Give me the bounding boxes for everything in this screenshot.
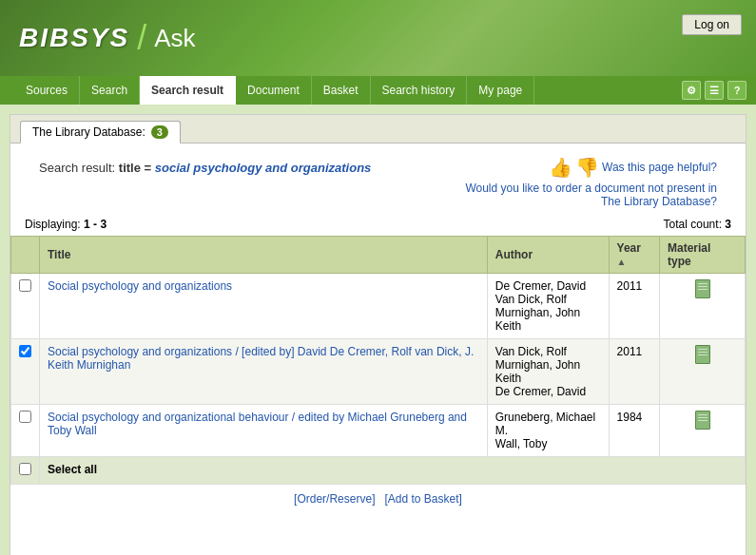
display-info: Displaying: 1 - 3 Total count: 3 <box>10 213 746 236</box>
nav-tab-basket[interactable]: Basket <box>312 76 371 105</box>
book-icon <box>695 345 710 364</box>
table-row: Social psychology and organizations De C… <box>11 274 746 339</box>
row-author-2: Van Dick, Rolf Murnighan, John Keith De … <box>487 339 609 405</box>
content-area: The Library Database: 3 👍 👎 Was this pag… <box>10 114 746 555</box>
row-title-1[interactable]: Social psychology and organizations <box>40 274 488 339</box>
helpful-text[interactable]: Was this page helpful? <box>602 161 717 174</box>
book-icon <box>695 411 710 430</box>
library-db-label: The Library Database: <box>32 125 145 139</box>
settings-icon[interactable]: ⚙ <box>682 81 701 100</box>
logo: BIBSYS <box>19 23 129 53</box>
th-checkbox <box>11 237 40 274</box>
row-material-1 <box>660 274 746 339</box>
feedback-section: 👍 👎 Was this page helpful? Would you lik… <box>446 151 731 213</box>
search-result-prefix: Search result: <box>39 161 115 175</box>
nav-tab-my-page[interactable]: My page <box>467 76 534 105</box>
thumbs-down-icon[interactable]: 👎 <box>575 156 599 179</box>
feedback-icons: 👍 👎 Was this page helpful? <box>460 156 717 179</box>
logon-area: Log on <box>682 14 742 35</box>
add-to-basket-link[interactable]: [Add to Basket] <box>384 492 461 506</box>
nav-tab-document[interactable]: Document <box>236 76 312 105</box>
search-query: social psychology and organizations <box>155 161 372 175</box>
row-year-2: 2011 <box>609 339 659 405</box>
results-table: Title Author Year ▲ Material type Social… <box>10 236 746 485</box>
th-title[interactable]: Title <box>40 237 488 274</box>
table-row: Social psychology and organizations / [e… <box>11 339 746 405</box>
th-year[interactable]: Year ▲ <box>609 237 659 274</box>
nav-tab-search-result[interactable]: Search result <box>140 76 236 105</box>
divider: / <box>137 18 146 58</box>
book-icon <box>695 279 710 298</box>
app-title: Ask <box>154 24 195 53</box>
table-row: Social psychology and organizational beh… <box>11 405 746 457</box>
library-db-tab[interactable]: The Library Database: 3 <box>20 121 181 144</box>
help-icon[interactable]: ? <box>727 81 746 100</box>
list-icon[interactable]: ☰ <box>705 81 724 100</box>
row-year-3: 1984 <box>609 405 659 457</box>
displaying-range: Displaying: 1 - 3 <box>25 218 107 231</box>
row-author-3: Gruneberg, Michael M. Wall, Toby <box>487 405 609 457</box>
row-author-1: De Cremer, David Van Dick, Rolf Murnigha… <box>487 274 609 339</box>
select-all-label[interactable]: Select all <box>40 457 746 485</box>
row-material-2 <box>660 339 746 405</box>
th-material: Material type <box>660 237 746 274</box>
thumbs-up-icon[interactable]: 👍 <box>549 156 572 179</box>
action-links: [Order/Reserve] [Add to Basket] <box>10 485 746 513</box>
nav-tab-search[interactable]: Search <box>80 76 140 105</box>
search-result-label: title = <box>119 161 155 175</box>
order-reserve-link[interactable]: [Order/Reserve] <box>294 492 375 506</box>
header: BIBSYS / Ask Log on <box>0 0 756 76</box>
row-checkbox-3[interactable] <box>11 405 40 457</box>
row-title-3[interactable]: Social psychology and organizational beh… <box>40 405 488 457</box>
logon-button[interactable]: Log on <box>682 14 742 35</box>
row-material-3 <box>660 405 746 457</box>
total-count: Total count: 3 <box>664 218 731 231</box>
tab-badge: 3 <box>151 125 168 139</box>
nav-tab-sources[interactable]: Sources <box>14 76 80 105</box>
row-title-2[interactable]: Social psychology and organizations / [e… <box>40 339 488 405</box>
select-all-row: Select all <box>11 457 746 485</box>
row-checkbox-2[interactable] <box>11 339 40 405</box>
content-tabs: The Library Database: 3 <box>10 115 746 144</box>
row-year-1: 2011 <box>609 274 659 339</box>
nav-bar: Sources Search Search result Document Ba… <box>0 76 756 105</box>
order-text[interactable]: Would you like to order a document not p… <box>460 182 717 208</box>
select-all-checkbox[interactable] <box>11 457 40 485</box>
nav-tab-search-history[interactable]: Search history <box>371 76 468 105</box>
th-author[interactable]: Author <box>487 237 609 274</box>
row-checkbox-1[interactable] <box>11 274 40 339</box>
nav-icons: ⚙ ☰ ? <box>682 76 756 105</box>
